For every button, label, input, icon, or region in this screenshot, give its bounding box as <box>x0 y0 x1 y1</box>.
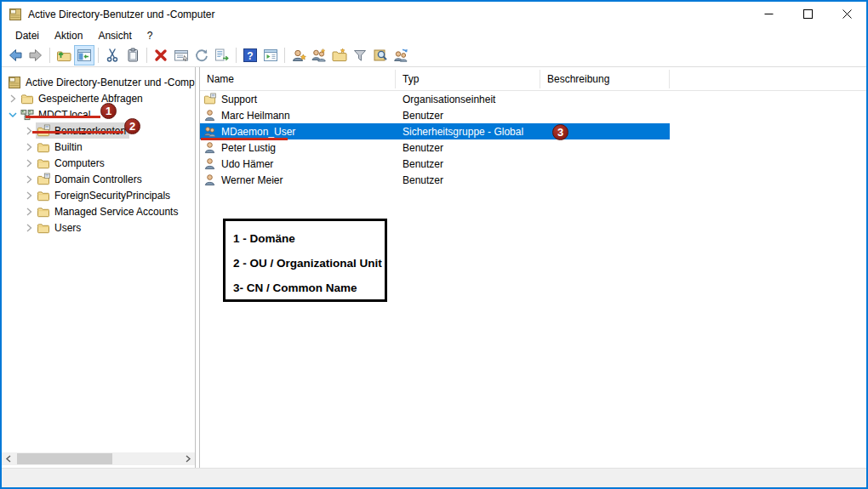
manage-accounts-button[interactable] <box>391 45 411 65</box>
list-header: Name Typ Beschreibung <box>200 67 866 91</box>
properties-button[interactable] <box>171 45 191 65</box>
delete-button[interactable] <box>151 45 171 65</box>
row-name: MDaemon_User <box>216 126 295 138</box>
folder-icon <box>20 92 37 105</box>
filter-button[interactable] <box>350 45 370 65</box>
row-name: Werner Meier <box>216 174 283 186</box>
paste-button[interactable] <box>123 45 143 65</box>
tree-item-label: Domain Controllers <box>53 173 142 185</box>
console-tree-panel: Active Directory-Benutzer und -Comp Gesp… <box>2 67 196 468</box>
refresh-icon <box>193 47 210 64</box>
forward-icon <box>27 47 44 64</box>
row-name: Support <box>216 94 257 105</box>
tree-item-label: Gespeicherte Abfragen <box>37 93 143 105</box>
close-button[interactable] <box>827 2 866 26</box>
cut-icon <box>104 47 121 64</box>
tree-item-label: MDCT.local <box>37 109 90 121</box>
new-organizational-unit-icon <box>331 47 348 64</box>
column-header-name[interactable]: Name <box>200 70 396 88</box>
tree-item-managed-service-accounts[interactable]: Managed Service Accounts <box>2 203 195 219</box>
window-controls <box>749 2 866 26</box>
tree-item-label: Builtin <box>53 141 83 153</box>
back-button[interactable] <box>5 45 26 65</box>
menu-hilfe[interactable]: ? <box>140 28 161 43</box>
console-app-icon <box>9 8 22 21</box>
annotation-underline-domain <box>26 116 100 118</box>
menu-ansicht[interactable]: Ansicht <box>90 28 139 43</box>
tree-item-domain-controllers[interactable]: Domain Controllers <box>2 171 195 187</box>
domain-icon <box>20 108 37 122</box>
ou-folder-icon <box>37 173 53 186</box>
scroll-left-arrow[interactable] <box>2 452 15 465</box>
annotation-underline-cn <box>201 138 288 140</box>
tree-item-label: Computers <box>53 157 105 169</box>
list-row-support[interactable]: Support Organisationseinheit <box>200 91 670 107</box>
find-icon <box>372 47 389 64</box>
new-user-button[interactable] <box>288 45 309 65</box>
minimize-button[interactable] <box>749 2 788 26</box>
column-header-typ[interactable]: Typ <box>396 70 540 88</box>
chevron-right-icon[interactable] <box>22 190 36 201</box>
new-user-icon <box>290 47 307 64</box>
tree-item-root[interactable]: Active Directory-Benutzer und -Comp <box>2 74 195 90</box>
show-action-pane-icon <box>262 47 279 64</box>
up-one-level-button[interactable] <box>54 45 74 65</box>
column-header-beschreibung[interactable]: Beschreibung <box>540 70 670 88</box>
row-type: Benutzer <box>396 142 540 154</box>
tree-item-builtin[interactable]: Builtin <box>2 139 195 155</box>
chevron-right-icon[interactable] <box>6 94 20 104</box>
toolbar: ? <box>2 44 866 67</box>
annotation-badge-1: 1 <box>100 103 117 119</box>
user-icon <box>203 173 216 186</box>
tree-item-gespeicherte-abfragen[interactable]: Gespeicherte Abfragen <box>2 90 195 106</box>
list-row-werner-meier[interactable]: Werner Meier Benutzer <box>200 172 670 188</box>
list-row-udo-haemer[interactable]: Udo Hämer Benutzer <box>200 156 670 172</box>
close-icon <box>842 9 852 19</box>
chevron-right-icon[interactable] <box>22 174 36 185</box>
refresh-button[interactable] <box>191 45 212 65</box>
user-icon <box>203 157 216 170</box>
new-organizational-unit-button[interactable] <box>329 45 350 65</box>
tree-item-computers[interactable]: Computers <box>2 155 195 171</box>
forward-button[interactable] <box>26 45 46 65</box>
status-bar <box>2 468 866 487</box>
tree-horizontal-scrollbar[interactable] <box>2 452 195 465</box>
chevron-down-icon[interactable] <box>6 110 20 120</box>
annotation-underline-ou <box>32 131 123 134</box>
tree-item-users[interactable]: Users <box>2 219 195 236</box>
toolbar-separator <box>49 48 50 63</box>
help-icon: ? <box>242 47 259 64</box>
tree-item-label: Managed Service Accounts <box>53 206 178 218</box>
tree-item-label: Users <box>53 222 81 234</box>
menu-aktion[interactable]: Aktion <box>47 28 90 43</box>
scrollbar-thumb[interactable] <box>17 453 112 464</box>
list-row-peter-lustig[interactable]: Peter Lustig Benutzer <box>200 139 670 156</box>
maximize-button[interactable] <box>788 2 827 26</box>
show-console-tree-button[interactable] <box>74 45 94 65</box>
cut-button[interactable] <box>102 45 123 65</box>
user-icon <box>203 141 216 154</box>
legend-line-ou: 2 - OU / Organizational Unit <box>233 251 385 276</box>
new-group-button[interactable] <box>309 45 329 65</box>
scroll-right-arrow[interactable] <box>181 452 195 465</box>
tree-item-label: ForeignSecurityPrincipals <box>53 190 170 202</box>
show-action-pane-button[interactable] <box>260 45 281 65</box>
export-list-button[interactable] <box>212 45 232 65</box>
filter-icon <box>351 47 368 64</box>
list-row-marc-heilmann[interactable]: Marc Heilmann Benutzer <box>200 107 670 123</box>
chevron-right-icon[interactable] <box>22 207 36 217</box>
tree-item-mdct-local[interactable]: MDCT.local <box>2 106 195 122</box>
group-icon <box>203 125 216 138</box>
tree-item-foreignsecurityprincipals[interactable]: ForeignSecurityPrincipals <box>2 187 195 203</box>
help-button[interactable]: ? <box>240 45 260 65</box>
menu-datei[interactable]: Datei <box>8 28 47 43</box>
chevron-right-icon[interactable] <box>22 223 36 233</box>
folder-icon <box>37 189 53 202</box>
chevron-right-icon[interactable] <box>22 142 36 152</box>
find-button[interactable] <box>370 45 391 65</box>
list-rows: Support Organisationseinheit Marc Heilma… <box>200 91 866 188</box>
annotation-badge-2: 2 <box>124 118 140 134</box>
properties-icon <box>173 47 190 64</box>
chevron-right-icon[interactable] <box>22 158 36 168</box>
console-tree: Active Directory-Benutzer und -Comp Gesp… <box>2 67 195 236</box>
